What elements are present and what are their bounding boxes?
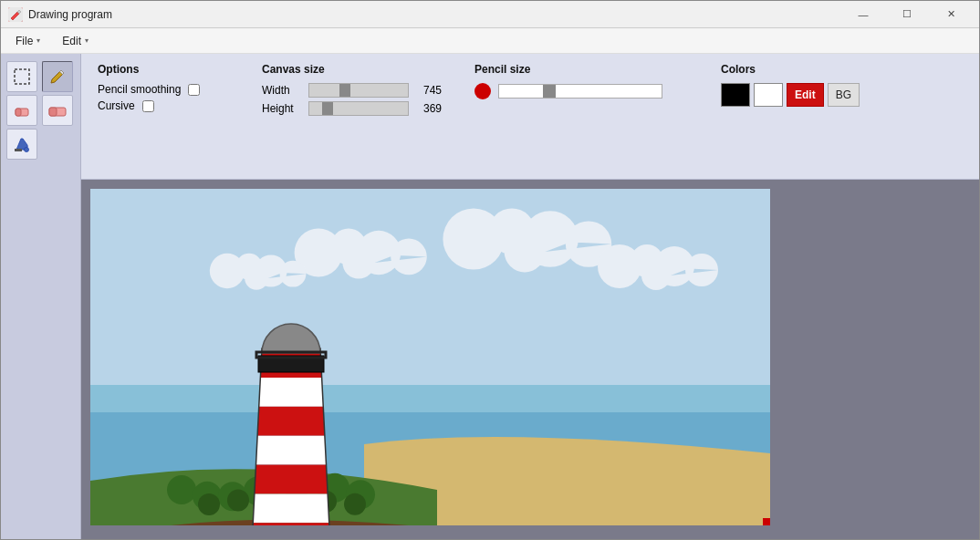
options-bar: Options Pencil smoothing Cursive Canvas … — [81, 54, 979, 180]
colors-title: Colors — [721, 63, 860, 76]
pencil-size-panel: Pencil size — [467, 59, 695, 103]
eraser-small-button[interactable] — [6, 95, 37, 126]
file-dropdown-arrow: ▾ — [36, 36, 40, 45]
drawing-canvas[interactable] — [90, 189, 770, 525]
window-controls: — ☐ ✕ — [842, 1, 972, 28]
app-title: Drawing program — [28, 8, 842, 21]
colors-panel: Colors Edit BG — [714, 59, 867, 110]
cursive-row: Cursive — [98, 99, 229, 112]
height-value: 369 — [414, 102, 442, 115]
fill-tool-button[interactable] — [6, 129, 37, 160]
colors-row: Edit BG — [721, 83, 860, 107]
menubar: File ▾ Edit ▾ — [1, 28, 979, 54]
pencil-smoothing-checkbox[interactable] — [188, 84, 200, 96]
select-tool-button[interactable] — [6, 61, 37, 92]
height-row: Height 369 — [262, 101, 442, 116]
canvas-size-title: Canvas size — [262, 63, 442, 76]
primary-color-swatch[interactable] — [721, 83, 750, 107]
svg-rect-7 — [15, 149, 22, 151]
drawing-canvas-container — [90, 189, 770, 525]
width-slider[interactable] — [308, 83, 409, 98]
width-row: Width 745 — [262, 83, 442, 98]
tool-grid — [6, 61, 75, 160]
edit-dropdown-arrow: ▾ — [85, 36, 89, 45]
eraser-large-button[interactable] — [42, 95, 73, 126]
height-slider[interactable] — [308, 101, 409, 116]
height-label: Height — [262, 102, 303, 115]
svg-rect-3 — [16, 109, 21, 116]
menu-edit[interactable]: Edit ▾ — [51, 31, 99, 51]
cursive-checkbox[interactable] — [142, 100, 154, 112]
cursive-label: Cursive — [98, 99, 135, 112]
pencil-smoothing-label: Pencil smoothing — [98, 83, 181, 96]
menu-file[interactable]: File ▾ — [5, 31, 51, 51]
pencil-smoothing-row: Pencil smoothing — [98, 83, 229, 96]
pencil-dot — [474, 83, 491, 99]
color-edit-button[interactable]: Edit — [787, 83, 824, 107]
content-area: Options Pencil smoothing Cursive Canvas … — [1, 54, 979, 539]
canvas-size-panel: Canvas size Width 745 Height 369 — [255, 59, 449, 119]
canvas-area — [81, 180, 979, 539]
left-toolbar — [1, 54, 81, 539]
pencil-size-title: Pencil size — [474, 63, 688, 76]
pencil-size-row — [474, 83, 688, 99]
canvas-resize-handle[interactable] — [763, 518, 770, 525]
minimize-button[interactable]: — — [842, 1, 884, 28]
titlebar: Drawing program — ☐ ✕ — [1, 1, 979, 28]
pencil-size-slider[interactable] — [498, 84, 662, 99]
options-title: Options — [98, 63, 229, 76]
secondary-color-swatch[interactable] — [754, 83, 783, 107]
app-icon — [8, 7, 23, 22]
options-panel: Options Pencil smoothing Cursive — [90, 59, 236, 116]
app-window: Drawing program — ☐ ✕ File ▾ Edit ▾ — [0, 0, 980, 540]
maximize-button[interactable]: ☐ — [886, 1, 928, 28]
svg-point-6 — [25, 148, 29, 152]
width-value: 745 — [414, 84, 442, 97]
color-bg-button[interactable]: BG — [828, 83, 860, 107]
width-label: Width — [262, 84, 303, 97]
pencil-tool-button[interactable] — [42, 61, 73, 92]
right-area: Options Pencil smoothing Cursive Canvas … — [81, 54, 979, 539]
close-button[interactable]: ✕ — [930, 1, 972, 28]
svg-rect-5 — [49, 108, 57, 116]
svg-rect-1 — [15, 69, 29, 84]
